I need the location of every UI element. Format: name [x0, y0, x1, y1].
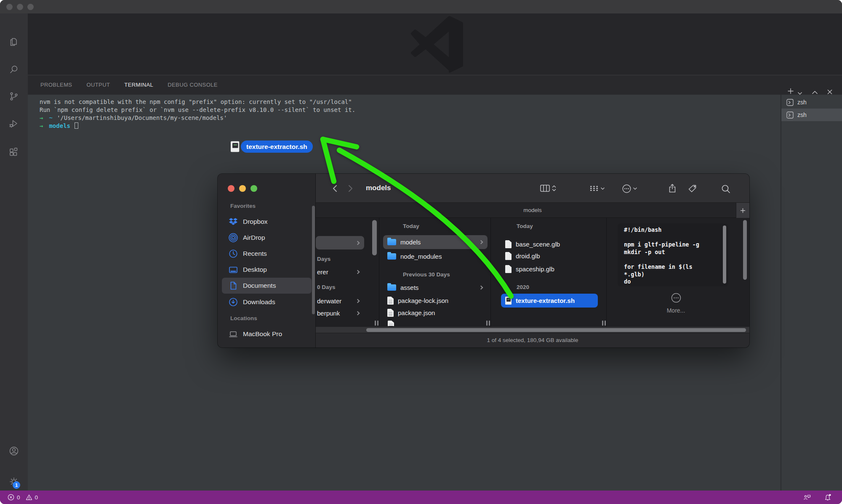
column3-row-droid[interactable]: droid.glb — [501, 249, 598, 263]
vscode-editor-background — [28, 13, 842, 75]
chevron-right-icon — [356, 241, 360, 245]
back-icon[interactable] — [332, 185, 338, 192]
warning-triangle-icon — [26, 494, 32, 501]
run-debug-icon[interactable] — [8, 118, 19, 129]
chevron-down-icon[interactable] — [633, 187, 637, 190]
column1-folder-row[interactable]: derwater — [316, 294, 364, 308]
plus-icon — [740, 208, 746, 213]
column3-row-texture-extractor-selected[interactable]: texture-extractor.sh — [501, 294, 598, 308]
code-line: *.glb) — [624, 271, 718, 279]
chevron-down-icon[interactable] — [601, 187, 605, 190]
column-resize-handle[interactable] — [489, 321, 490, 326]
finder-zoom-button[interactable] — [250, 185, 257, 192]
forward-icon[interactable] — [348, 185, 353, 192]
terminal-line: nvm is not compatible with the npm confi… — [40, 98, 781, 106]
finder-tab-bar: models — [316, 203, 749, 218]
terminal-list-item-zsh-selected[interactable]: zsh — [781, 109, 842, 121]
sidebar-item-dropbox[interactable]: Dropbox — [222, 214, 312, 230]
terminal-instance-list: zsh zsh — [781, 95, 842, 491]
tab-terminal[interactable]: TERMINAL — [124, 75, 153, 95]
file-icon — [387, 309, 394, 317]
sidebar-item-macbook-pro[interactable]: MacBook Pro — [222, 326, 312, 342]
feedback-icon[interactable] — [803, 494, 811, 501]
column1-scrollbar[interactable] — [372, 220, 377, 255]
code-scrollbar[interactable] — [723, 225, 726, 284]
more-circle-icon[interactable] — [622, 184, 631, 193]
chevron-right-icon — [356, 270, 360, 274]
problems-status[interactable]: 0 0 — [8, 491, 38, 504]
files-icon[interactable] — [8, 37, 19, 48]
finder-minimize-button[interactable] — [239, 185, 246, 192]
column-resize-handle[interactable] — [486, 321, 488, 326]
source-control-icon[interactable] — [8, 91, 19, 102]
search-icon[interactable] — [722, 185, 730, 193]
prompt-command: models — [49, 122, 70, 129]
tab-problems[interactable]: PROBLEMS — [40, 75, 72, 95]
column2-partial-row — [388, 321, 394, 326]
column2-row-models[interactable]: models — [383, 235, 488, 249]
share-icon[interactable] — [669, 183, 676, 193]
preview-scrollbar[interactable] — [743, 220, 747, 280]
row-label: package-lock.json — [398, 297, 448, 304]
finder-close-button[interactable] — [228, 185, 234, 192]
extensions-icon[interactable] — [8, 147, 19, 158]
settings-badge: 1 — [13, 481, 20, 489]
column-resize-handle[interactable] — [377, 321, 378, 326]
sidebar-scrollbar[interactable] — [312, 206, 315, 314]
chevron-right-icon — [356, 299, 360, 303]
column3-row-spaceship[interactable]: spaceship.glb — [501, 263, 598, 276]
tag-icon[interactable] — [688, 185, 696, 193]
column2-row-node-modules[interactable]: node_modules — [383, 250, 488, 263]
drag-ghost-texture-extractor[interactable]: texture-extractor.sh — [231, 141, 313, 153]
new-tab-button[interactable] — [736, 203, 749, 218]
window-zoom-button[interactable] — [27, 4, 34, 10]
search-icon[interactable] — [8, 64, 19, 75]
sidebar-item-label: MacBook Pro — [243, 330, 282, 338]
sidebar-item-label: Downloads — [243, 298, 275, 306]
column-divider — [606, 218, 607, 327]
file-icon — [505, 240, 512, 248]
column-resize-handle[interactable] — [375, 321, 376, 326]
terminal-line: Run `npm config delete prefix` or `nvm u… — [40, 106, 781, 114]
column2-row-package-lock[interactable]: package-lock.json — [383, 294, 488, 307]
sidebar-item-downloads[interactable]: Downloads — [222, 294, 312, 310]
column1-selected-folder-row[interactable] — [316, 236, 364, 249]
file-icon — [505, 265, 512, 273]
finder-tab-models[interactable]: models — [316, 203, 749, 218]
row-label: models — [400, 239, 421, 246]
column2-row-package-json[interactable]: package.json — [383, 306, 488, 319]
column1-folder-row[interactable]: berpunk — [316, 307, 364, 320]
column-resize-handle[interactable] — [605, 321, 606, 326]
terminal-list-label: zsh — [797, 111, 807, 118]
view-switcher-chevrons-icon[interactable] — [552, 185, 556, 191]
horizontal-scrollbar-track[interactable] — [316, 327, 749, 333]
bell-icon[interactable] — [824, 493, 831, 501]
terminal-icon — [786, 111, 794, 119]
finder-window: Favorites Dropbox AirDrop Recents Deskto… — [218, 174, 749, 347]
group-icon[interactable] — [590, 186, 598, 191]
column1-folder-row[interactable]: erer — [316, 265, 364, 279]
row-label: derwater — [317, 297, 341, 305]
sidebar-item-recents[interactable]: Recents — [222, 246, 312, 262]
row-label: package.json — [398, 309, 435, 316]
tab-debug-console[interactable]: DEBUG CONSOLE — [168, 75, 218, 95]
window-minimize-button[interactable] — [17, 4, 23, 10]
error-count: 0 — [17, 494, 20, 501]
sidebar-item-desktop[interactable]: Desktop — [222, 262, 312, 278]
locations-header: Locations — [230, 315, 257, 321]
tab-output[interactable]: OUTPUT — [86, 75, 110, 95]
sidebar-item-airdrop[interactable]: AirDrop — [222, 230, 312, 246]
horizontal-scrollbar-thumb[interactable] — [366, 328, 746, 332]
columns-view-icon[interactable] — [540, 185, 550, 192]
chevron-right-icon — [479, 286, 483, 290]
column2-row-assets[interactable]: assets — [383, 281, 488, 294]
code-line — [624, 256, 718, 263]
window-close-button[interactable] — [6, 4, 13, 10]
terminal-list-item-zsh[interactable]: zsh — [781, 96, 842, 109]
sidebar-item-documents[interactable]: Documents — [222, 278, 312, 294]
account-icon[interactable] — [8, 446, 19, 456]
preview-more[interactable]: More... — [647, 293, 704, 314]
column3-row-base-scene[interactable]: base_scene.glb — [501, 238, 598, 251]
finder-toolbar: models — [316, 174, 749, 203]
column-resize-handle[interactable] — [602, 321, 603, 326]
